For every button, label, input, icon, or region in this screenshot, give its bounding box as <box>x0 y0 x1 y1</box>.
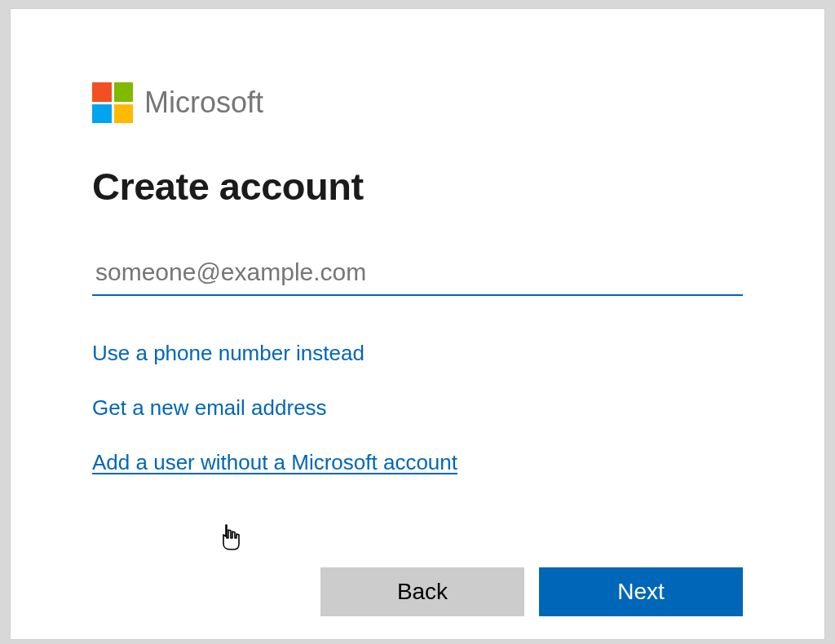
email-field-wrap <box>92 254 743 296</box>
pointer-cursor-icon <box>216 522 244 558</box>
new-email-link[interactable]: Get a new email address <box>92 395 327 421</box>
page-title: Create account <box>92 164 743 209</box>
microsoft-logo-icon <box>92 82 133 123</box>
next-button[interactable]: Next <box>539 567 743 616</box>
no-ms-account-link[interactable]: Add a user without a Microsoft account <box>92 450 457 475</box>
button-row: Back Next <box>320 567 743 616</box>
brand-name: Microsoft <box>144 86 263 120</box>
email-input[interactable] <box>92 254 743 296</box>
use-phone-link[interactable]: Use a phone number instead <box>92 341 364 366</box>
create-account-dialog: Microsoft Create account Use a phone num… <box>10 8 825 640</box>
back-button[interactable]: Back <box>320 567 524 616</box>
brand-row: Microsoft <box>92 82 743 123</box>
